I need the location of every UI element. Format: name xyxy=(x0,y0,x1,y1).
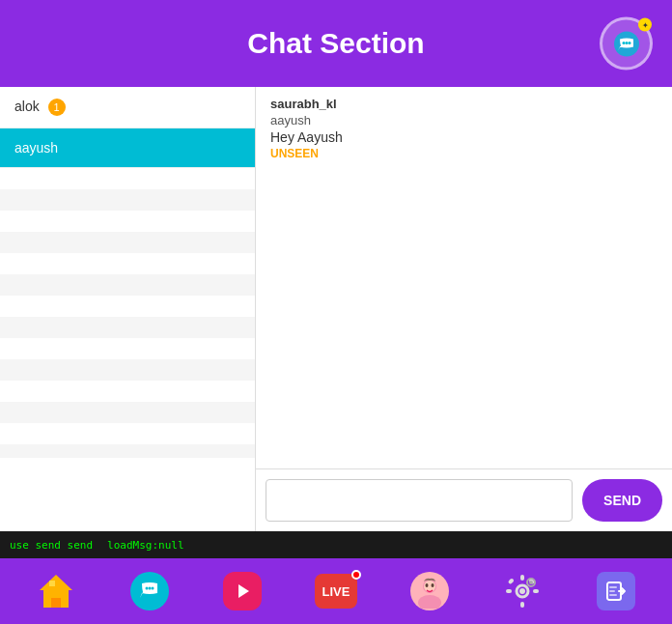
nav-live[interactable]: LIVE xyxy=(307,570,365,612)
nav-settings[interactable] xyxy=(493,570,551,612)
svg-rect-18 xyxy=(520,575,524,581)
svg-point-15 xyxy=(431,583,434,587)
home-icon xyxy=(35,570,77,612)
live-icon: LIVE xyxy=(315,570,357,612)
nav-chat[interactable] xyxy=(121,570,179,612)
chat-message-text: Hey Aayush xyxy=(270,129,658,145)
chat-messages: saurabh_kl aayush Hey Aayush UNSEEN xyxy=(256,87,672,468)
contacts-list: alok 1 aayush xyxy=(0,87,256,531)
svg-rect-22 xyxy=(508,578,515,584)
chat-area: saurabh_kl aayush Hey Aayush UNSEEN SEND xyxy=(256,87,672,531)
live-label: LIVE xyxy=(322,584,350,599)
nav-play[interactable] xyxy=(213,570,271,612)
play-button xyxy=(223,572,262,610)
svg-rect-19 xyxy=(520,602,524,608)
svg-rect-28 xyxy=(609,590,615,592)
contact-name: alok xyxy=(14,99,40,114)
contact-alok[interactable]: alok 1 xyxy=(0,87,255,128)
svg-rect-27 xyxy=(609,586,617,588)
main-content: alok 1 aayush saurabh_kl aayush Hey Aayu… xyxy=(0,87,672,531)
svg-point-3 xyxy=(628,42,630,44)
empty-contact-rows xyxy=(0,168,255,458)
avatar-icon xyxy=(408,570,451,612)
chat-status: UNSEEN xyxy=(270,147,658,160)
contact-name: aayush xyxy=(14,140,58,156)
svg-point-2 xyxy=(625,42,628,44)
chat-sender: saurabh_kl xyxy=(270,97,658,111)
live-dot xyxy=(351,570,361,580)
message-input[interactable] xyxy=(266,479,573,522)
nav-avatar[interactable] xyxy=(401,570,459,612)
chat-input-area: SEND xyxy=(256,468,672,531)
page-title: Chat Section xyxy=(247,27,424,60)
svg-rect-5 xyxy=(51,598,61,608)
nav-exit[interactable] xyxy=(587,570,645,612)
svg-rect-21 xyxy=(533,589,539,593)
contact-aayush[interactable]: aayush xyxy=(0,128,255,168)
play-icon xyxy=(221,570,264,612)
header-chat-icon: ✦ xyxy=(600,17,653,71)
svg-point-17 xyxy=(519,588,525,594)
svg-point-7 xyxy=(145,587,148,590)
debug-text-1: use send send xyxy=(10,539,93,552)
svg-marker-10 xyxy=(238,584,249,598)
settings-icon xyxy=(501,570,544,612)
svg-point-14 xyxy=(425,583,428,587)
chat-recipient: aayush xyxy=(270,113,658,128)
svg-point-25 xyxy=(529,581,533,584)
svg-point-12 xyxy=(418,595,441,609)
chat-bubble xyxy=(130,572,169,610)
send-button[interactable]: SEND xyxy=(582,479,662,522)
svg-point-8 xyxy=(148,587,151,590)
header: Chat Section ✦ xyxy=(0,0,672,87)
chat-icon xyxy=(128,570,171,612)
exit-button xyxy=(597,572,635,610)
debug-text-2: loadMsg:null xyxy=(107,539,183,552)
avatar xyxy=(410,572,449,610)
unread-badge: 1 xyxy=(48,99,66,116)
bottom-nav: LIVE xyxy=(0,558,672,624)
svg-point-1 xyxy=(622,42,625,44)
svg-rect-6 xyxy=(49,581,55,586)
exit-icon xyxy=(595,570,637,612)
debug-bar: use send send loadMsg:null xyxy=(0,531,672,558)
chat-message-1: saurabh_kl aayush Hey Aayush UNSEEN xyxy=(270,97,658,160)
nav-home[interactable] xyxy=(27,570,85,612)
live-badge: LIVE xyxy=(315,574,357,609)
svg-rect-29 xyxy=(609,594,617,596)
svg-point-9 xyxy=(151,587,154,590)
svg-rect-20 xyxy=(506,589,512,593)
